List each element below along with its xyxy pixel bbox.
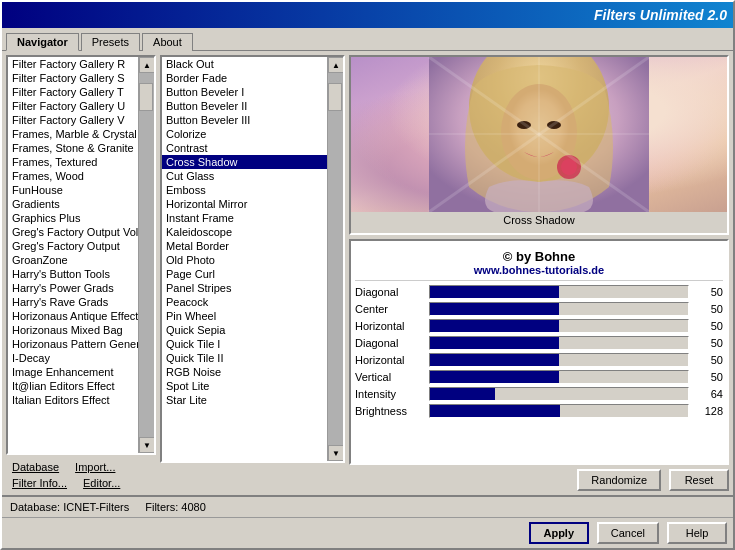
list-item[interactable]: Frames, Marble & Crystal xyxy=(8,127,138,141)
filter-list-item[interactable]: Black Out xyxy=(162,57,327,71)
list-item[interactable]: Horizonaus Pattern Generators xyxy=(8,337,138,351)
filter-info-button[interactable]: Filter Info... xyxy=(6,475,73,491)
param-value: 128 xyxy=(693,405,723,417)
filter-list-item[interactable]: Kaleidoscope xyxy=(162,225,327,239)
filter-list-item[interactable]: Button Beveler III xyxy=(162,113,327,127)
action-bar: Apply Cancel Help xyxy=(2,517,733,548)
list-item[interactable]: Filter Factory Gallery R xyxy=(8,57,138,71)
list-item[interactable]: I-Decay xyxy=(8,351,138,365)
bottom-buttons: Database Import... xyxy=(6,455,156,475)
list-item[interactable]: Frames, Textured xyxy=(8,155,138,169)
param-slider[interactable] xyxy=(429,302,689,316)
param-slider[interactable] xyxy=(429,336,689,350)
filter-list-item[interactable]: Contrast xyxy=(162,141,327,155)
import-button[interactable]: Import... xyxy=(69,459,121,475)
tab-presets[interactable]: Presets xyxy=(81,33,140,51)
filter-list-item[interactable]: Spot Lite xyxy=(162,379,327,393)
randomize-button[interactable]: Randomize xyxy=(577,469,661,491)
filter-list-item[interactable]: Quick Sepia xyxy=(162,323,327,337)
filter-list-item[interactable]: Emboss xyxy=(162,183,327,197)
param-slider[interactable] xyxy=(429,285,689,299)
param-value: 50 xyxy=(693,320,723,332)
filter-list-item[interactable]: Peacock xyxy=(162,295,327,309)
list-item[interactable]: Harry's Button Tools xyxy=(8,267,138,281)
param-value: 50 xyxy=(693,337,723,349)
filter-list-item[interactable]: Pin Wheel xyxy=(162,309,327,323)
editor-button[interactable]: Editor... xyxy=(77,475,126,491)
filter-list: Black OutBorder FadeButton Beveler IButt… xyxy=(162,57,327,407)
filter-list-item[interactable]: Star Lite xyxy=(162,393,327,407)
filter-scroll-down[interactable]: ▼ xyxy=(328,445,344,461)
param-slider[interactable] xyxy=(429,353,689,367)
list-item[interactable]: Filter Factory Gallery V xyxy=(8,113,138,127)
filter-list-item[interactable]: Button Beveler II xyxy=(162,99,327,113)
filter-list-item[interactable]: Quick Tile I xyxy=(162,337,327,351)
filter-scroll-up[interactable]: ▲ xyxy=(328,57,344,73)
filter-list-item[interactable]: Instant Frame xyxy=(162,211,327,225)
filter-scroll-thumb[interactable] xyxy=(328,83,342,111)
filter-list-item[interactable]: Cut Glass xyxy=(162,169,327,183)
filter-list-item[interactable]: Cross Shadow xyxy=(162,155,327,169)
filter-list-item[interactable]: Horizontal Mirror xyxy=(162,197,327,211)
list-item[interactable]: Filter Factory Gallery U xyxy=(8,99,138,113)
param-label: Vertical xyxy=(355,371,425,383)
list-item[interactable]: Frames, Stone & Granite xyxy=(8,141,138,155)
tab-about[interactable]: About xyxy=(142,33,193,51)
list-item[interactable]: Filter Factory Gallery S xyxy=(8,71,138,85)
list-item[interactable]: Gradients xyxy=(8,197,138,211)
filter-list-item[interactable]: Panel Stripes xyxy=(162,281,327,295)
filter-list-item[interactable]: RGB Noise xyxy=(162,365,327,379)
param-row: Intensity64 xyxy=(355,387,723,401)
filters-label: Filters: 4080 xyxy=(145,501,206,513)
list-item[interactable]: GroanZone xyxy=(8,253,138,267)
list-item[interactable]: Graphics Plus xyxy=(8,211,138,225)
filter-list-item[interactable]: Quick Tile II xyxy=(162,351,327,365)
watermark-line1: © by Bohne xyxy=(355,249,723,264)
param-slider[interactable] xyxy=(429,370,689,384)
list-item[interactable]: FunHouse xyxy=(8,183,138,197)
status-bar: Database: ICNET-Filters Filters: 4080 xyxy=(2,495,733,517)
filter-list-panel: Black OutBorder FadeButton Beveler IButt… xyxy=(162,57,327,461)
list-item[interactable]: Horizonaus Antique Effects xyxy=(8,309,138,323)
list-item[interactable]: It@lian Editors Effect xyxy=(8,379,138,393)
left-scroll-up[interactable]: ▲ xyxy=(139,57,155,73)
list-item[interactable]: Harry's Power Grads xyxy=(8,281,138,295)
list-item[interactable]: Frames, Wood xyxy=(8,169,138,183)
preview-label: Cross Shadow xyxy=(499,212,579,228)
randomize-reset-bar: Randomize Reset xyxy=(349,469,729,491)
param-value: 64 xyxy=(693,388,723,400)
main-content: Filter Factory Gallery RFilter Factory G… xyxy=(2,51,733,495)
category-list: Filter Factory Gallery RFilter Factory G… xyxy=(8,57,138,407)
left-scroll-down[interactable]: ▼ xyxy=(139,437,155,453)
filter-list-item[interactable]: Button Beveler I xyxy=(162,85,327,99)
param-value: 50 xyxy=(693,286,723,298)
filter-list-item[interactable]: Old Photo xyxy=(162,253,327,267)
param-row: Diagonal50 xyxy=(355,336,723,350)
help-button[interactable]: Help xyxy=(667,522,727,544)
param-slider[interactable] xyxy=(429,387,689,401)
param-slider[interactable] xyxy=(429,404,689,418)
filter-list-item[interactable]: Border Fade xyxy=(162,71,327,85)
list-item[interactable]: Image Enhancement xyxy=(8,365,138,379)
param-label: Horizontal xyxy=(355,354,425,366)
list-item[interactable]: Greg's Factory Output xyxy=(8,239,138,253)
category-list-panel: Filter Factory Gallery RFilter Factory G… xyxy=(8,57,138,453)
list-item[interactable]: Harry's Rave Grads xyxy=(8,295,138,309)
param-row: Diagonal50 xyxy=(355,285,723,299)
cancel-button[interactable]: Cancel xyxy=(597,522,659,544)
filter-list-item[interactable]: Colorize xyxy=(162,127,327,141)
filter-list-item[interactable]: Page Curl xyxy=(162,267,327,281)
left-scroll-thumb[interactable] xyxy=(139,83,153,111)
database-button[interactable]: Database xyxy=(6,459,65,475)
list-item[interactable]: Filter Factory Gallery T xyxy=(8,85,138,99)
watermark: © by Bohne www.bohnes-tutorials.de xyxy=(355,245,723,281)
list-item[interactable]: Greg's Factory Output Vol. II xyxy=(8,225,138,239)
list-item[interactable]: Italian Editors Effect xyxy=(8,393,138,407)
apply-button[interactable]: Apply xyxy=(529,522,589,544)
reset-button[interactable]: Reset xyxy=(669,469,729,491)
filter-list-item[interactable]: Metal Border xyxy=(162,239,327,253)
tabs-bar: Navigator Presets About xyxy=(2,28,733,51)
param-slider[interactable] xyxy=(429,319,689,333)
tab-navigator[interactable]: Navigator xyxy=(6,33,79,51)
list-item[interactable]: Horizonaus Mixed Bag xyxy=(8,323,138,337)
